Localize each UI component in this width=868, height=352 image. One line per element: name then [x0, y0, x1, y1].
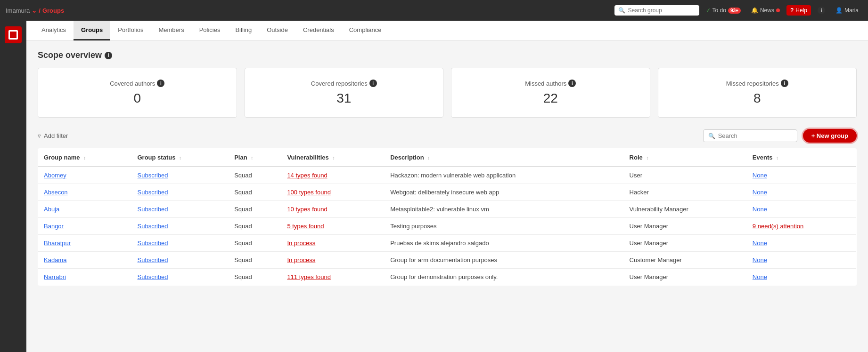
todo-button[interactable]: ✓ To do 93+	[702, 5, 745, 16]
breadcrumb-arrow: ⌄	[32, 7, 37, 14]
table-row: Bangor Subscribed Squad 5 types found Te…	[38, 218, 857, 235]
tab-groups[interactable]: Groups	[74, 21, 110, 40]
vulnerabilities-link[interactable]: 100 types found	[287, 189, 331, 196]
covered-authors-value: 0	[49, 91, 225, 106]
events-link[interactable]: 9 need(s) attention	[753, 223, 803, 230]
events-link[interactable]: None	[753, 240, 767, 247]
sort-icon-role: ↕	[646, 155, 648, 160]
user-menu-button[interactable]: 👤 Maria	[832, 5, 862, 16]
col-group-status[interactable]: Group status ↕	[132, 149, 229, 167]
group-status-link[interactable]: Subscribed	[138, 273, 168, 280]
vulnerabilities-link[interactable]: 14 types found	[287, 172, 327, 179]
scope-title: Scope overview i	[38, 50, 857, 60]
cell-group-status: Subscribed	[132, 201, 229, 218]
breadcrumb-parent[interactable]: Imamura	[6, 7, 30, 14]
tab-outside[interactable]: Outside	[259, 21, 295, 40]
vulnerabilities-link[interactable]: In process	[287, 256, 315, 264]
stats-cards: Covered authors i 0 Covered repositories…	[38, 68, 857, 118]
logo-inner	[8, 30, 18, 40]
global-search-input[interactable]	[628, 7, 696, 14]
tab-bar: Analytics Groups Portfolios Members Poli…	[26, 21, 868, 41]
tab-portfolios[interactable]: Portfolios	[110, 21, 151, 40]
group-status-link[interactable]: Subscribed	[138, 223, 168, 230]
group-status-link[interactable]: Subscribed	[138, 240, 168, 247]
group-status-link[interactable]: Subscribed	[138, 172, 168, 179]
cell-role: User Manager	[624, 269, 747, 286]
sidebar-logo[interactable]	[5, 26, 22, 43]
group-name-link[interactable]: Kadama	[44, 256, 66, 264]
cell-description: Webgoat: deliberately insecure web app	[385, 184, 623, 201]
stat-card-covered-repos: Covered repositories i 31	[245, 68, 444, 118]
tab-credentials[interactable]: Credentials	[295, 21, 342, 40]
events-link[interactable]: None	[753, 172, 767, 179]
news-button[interactable]: 🔔 News	[747, 5, 784, 16]
tab-compliance[interactable]: Compliance	[342, 21, 389, 40]
cell-group-status: Subscribed	[132, 218, 229, 235]
sidebar	[0, 21, 26, 352]
group-name-link[interactable]: Narrabri	[44, 273, 66, 280]
group-status-link[interactable]: Subscribed	[138, 206, 168, 213]
col-events[interactable]: Events ↕	[747, 149, 857, 167]
tab-billing[interactable]: Billing	[228, 21, 259, 40]
todo-label: To do	[712, 7, 726, 14]
tab-analytics[interactable]: Analytics	[34, 21, 74, 40]
covered-repos-info-icon[interactable]: i	[369, 80, 377, 87]
cell-group-status: Subscribed	[132, 167, 229, 184]
events-link[interactable]: None	[753, 206, 767, 213]
table-header-row: Group name ↕ Group status ↕ Plan ↕ Vul	[38, 149, 857, 167]
missed-authors-label: Missed authors i	[463, 80, 639, 87]
group-name-link[interactable]: Bharatpur	[44, 240, 71, 247]
cell-group-name: Narrabri	[38, 269, 132, 286]
group-name-link[interactable]: Absecon	[44, 189, 68, 196]
info-button[interactable]: i	[814, 5, 829, 16]
table-search-input[interactable]	[718, 132, 792, 139]
group-status-link[interactable]: Subscribed	[138, 256, 168, 264]
table-search[interactable]: 🔍	[703, 129, 797, 142]
scope-info-icon[interactable]: i	[105, 52, 112, 59]
events-link[interactable]: None	[753, 273, 767, 280]
cell-events: None	[747, 184, 857, 201]
help-button[interactable]: ? Help	[786, 5, 811, 16]
group-status-link[interactable]: Subscribed	[138, 189, 168, 196]
missed-authors-info-icon[interactable]: i	[568, 80, 576, 87]
cell-group-status: Subscribed	[132, 269, 229, 286]
table-row: Narrabri Subscribed Squad 111 types foun…	[38, 269, 857, 286]
missed-repos-info-icon[interactable]: i	[781, 80, 788, 87]
new-group-button[interactable]: + New group	[803, 129, 857, 143]
breadcrumb-current: Groups	[42, 7, 64, 14]
vulnerabilities-link[interactable]: In process	[287, 240, 315, 247]
cell-description: Hackazon: modern vulnerable web applicat…	[385, 167, 623, 184]
cell-plan: Squad	[229, 167, 281, 184]
group-name-link[interactable]: Abuja	[44, 206, 59, 213]
col-plan[interactable]: Plan ↕	[229, 149, 281, 167]
tab-policies[interactable]: Policies	[192, 21, 228, 40]
search-icon: 🔍	[618, 7, 625, 14]
col-role[interactable]: Role ↕	[624, 149, 747, 167]
cell-description: Testing purposes	[385, 218, 623, 235]
missed-authors-value: 22	[463, 91, 639, 106]
tab-members[interactable]: Members	[151, 21, 191, 40]
cell-role: Hacker	[624, 184, 747, 201]
vulnerabilities-link[interactable]: 111 types found	[287, 273, 331, 280]
add-filter-button[interactable]: ▿ Add filter	[38, 132, 68, 139]
cell-group-name: Kadama	[38, 252, 132, 269]
group-name-link[interactable]: Bangor	[44, 223, 64, 230]
sort-icon-vulns: ↕	[332, 155, 335, 160]
col-group-name[interactable]: Group name ↕	[38, 149, 132, 167]
cell-events: None	[747, 269, 857, 286]
covered-authors-info-icon[interactable]: i	[157, 80, 164, 87]
main-content: Analytics Groups Portfolios Members Poli…	[26, 21, 868, 352]
vulnerabilities-link[interactable]: 10 types found	[287, 206, 327, 213]
events-link[interactable]: None	[753, 256, 767, 264]
events-link[interactable]: None	[753, 189, 767, 196]
cell-plan: Squad	[229, 201, 281, 218]
sort-icon-events: ↕	[776, 155, 778, 160]
sort-icon-group-status: ↕	[179, 155, 181, 160]
cell-group-name: Abomey	[38, 167, 132, 184]
col-vulnerabilities[interactable]: Vulnerabilities ↕	[281, 149, 385, 167]
vulnerabilities-link[interactable]: 5 types found	[287, 223, 324, 230]
col-description[interactable]: Description ↕	[385, 149, 623, 167]
group-name-link[interactable]: Abomey	[44, 172, 66, 179]
global-search[interactable]: 🔍	[614, 5, 699, 16]
info-circle-icon: i	[818, 7, 825, 14]
